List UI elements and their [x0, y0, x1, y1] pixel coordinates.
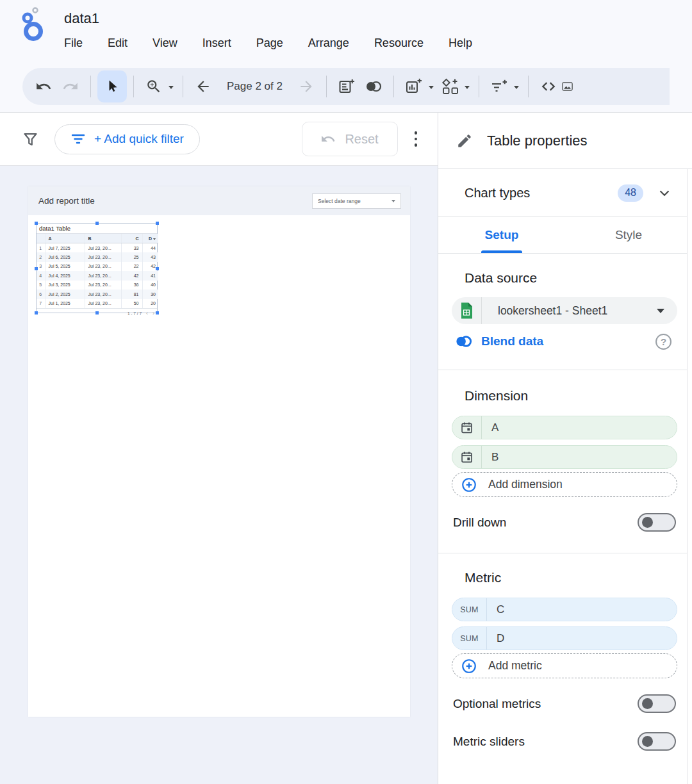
report-name[interactable]: data1	[64, 10, 472, 27]
table-row: 5 Jul 3, 2025 Jul 23, 20... 36 40	[37, 281, 158, 290]
add-metric-button[interactable]: Add metric	[452, 653, 677, 678]
add-filter-icon[interactable]	[486, 72, 513, 101]
table-header-d[interactable]: D	[142, 234, 158, 243]
table-chart-widget[interactable]: data1 Table A B C D	[36, 223, 158, 313]
add-dimension-button[interactable]: Add dimension	[452, 472, 677, 497]
reset-button[interactable]: Reset	[302, 122, 398, 156]
add-filter-caret-icon[interactable]	[514, 86, 519, 89]
menu-item-page[interactable]: Page	[256, 37, 283, 50]
looker-studio-logo-icon[interactable]	[18, 6, 47, 41]
help-icon[interactable]	[655, 334, 671, 350]
report-page[interactable]: Add report title Select date range data1…	[28, 186, 410, 717]
select-tool-icon[interactable]	[97, 70, 127, 102]
pagination-range: 1 - 7 / 7	[128, 311, 142, 316]
drill-down-toggle[interactable]	[638, 513, 676, 532]
menu-item-edit[interactable]: Edit	[108, 37, 128, 50]
google-sheets-icon	[452, 297, 482, 324]
add-quick-filter-button[interactable]: + Add quick filter	[54, 124, 200, 154]
metric-sliders-row: Metric sliders	[452, 732, 677, 751]
filter-funnel-icon	[22, 131, 39, 148]
toolbar-divider	[393, 76, 394, 97]
data-source-selector[interactable]: lookersheet1 - Sheet1	[452, 297, 677, 324]
tab-setup[interactable]: Setup	[438, 217, 565, 253]
date-range-control[interactable]: Select date range	[312, 193, 401, 209]
metric-sliders-toggle[interactable]	[638, 732, 676, 751]
selection-handle[interactable]	[35, 267, 38, 270]
menu-item-resource[interactable]: Resource	[374, 37, 424, 50]
add-page-icon[interactable]	[333, 72, 360, 101]
optional-metrics-toggle[interactable]	[638, 694, 676, 713]
selection-handle[interactable]	[156, 222, 159, 225]
app-header: data1 File Edit View Insert Page Arrange…	[0, 0, 692, 64]
pencil-icon	[456, 133, 473, 149]
add-chart-icon[interactable]	[400, 72, 427, 101]
redo-icon[interactable]	[57, 72, 84, 101]
more-options-icon[interactable]	[408, 126, 424, 152]
toolbar-divider	[326, 76, 327, 97]
header-text-block: data1 File Edit View Insert Page Arrange…	[64, 6, 472, 64]
add-control-icon[interactable]	[436, 72, 463, 101]
add-dimension-label: Add dimension	[488, 478, 563, 491]
page-indicator[interactable]: Page 2 of 2	[227, 80, 283, 93]
drill-down-row: Drill down	[452, 513, 677, 532]
table-header-c[interactable]: C	[121, 234, 142, 243]
table-header-a[interactable]: A	[45, 234, 85, 243]
previous-page-icon[interactable]	[190, 72, 217, 101]
report-title-placeholder[interactable]: Add report title	[38, 196, 95, 206]
undo-icon[interactable]	[30, 72, 57, 101]
aggregation-label[interactable]: SUM	[452, 598, 487, 621]
metric-chip-d[interactable]: SUM D	[452, 626, 677, 650]
report-canvas[interactable]: Add report title Select date range data1…	[0, 166, 438, 784]
selection-handle[interactable]	[95, 222, 99, 225]
aggregation-label[interactable]: SUM	[452, 627, 487, 649]
blend-data-icon[interactable]	[360, 72, 387, 101]
toolbar-divider	[133, 76, 134, 97]
toolbar-pill: Page 2 of 2	[22, 68, 670, 105]
add-control-caret-icon[interactable]	[465, 86, 470, 89]
embed-code-icon[interactable]	[535, 72, 562, 101]
chart-types-label: Chart types	[465, 186, 618, 200]
table-chart: A B C D 1 Jul 7, 2025 Jul 23	[37, 234, 158, 308]
blend-data-link[interactable]: Blend data	[481, 334, 543, 348]
chart-types-row[interactable]: Chart types 48	[438, 169, 692, 217]
selection-handle[interactable]	[95, 311, 99, 314]
pagination-prev-icon[interactable]: ‹	[146, 311, 148, 316]
menu-item-file[interactable]: File	[64, 37, 83, 50]
table-header-b[interactable]: B	[85, 234, 121, 243]
metric-chip-c[interactable]: SUM C	[452, 598, 677, 621]
blend-icon	[454, 333, 473, 350]
zoom-tool-icon[interactable]	[140, 72, 167, 101]
dimension-chip-b[interactable]: B	[452, 445, 677, 469]
tab-style[interactable]: Style	[565, 217, 692, 253]
selection-handle[interactable]	[156, 311, 159, 314]
add-quick-filter-label: + Add quick filter	[94, 132, 184, 146]
menu-item-insert[interactable]: Insert	[202, 37, 231, 50]
zoom-dropdown-caret-icon[interactable]	[169, 86, 174, 89]
add-chart-caret-icon[interactable]	[429, 86, 434, 89]
date-range-label: Select date range	[318, 198, 361, 204]
looker-studio-app: data1 File Edit View Insert Page Arrange…	[0, 0, 692, 784]
menu-item-view[interactable]: View	[152, 37, 177, 50]
editor-left-column: + Add quick filter Reset Add report titl…	[0, 113, 438, 784]
dimension-chip-a[interactable]: A	[452, 416, 677, 439]
toolbar-divider	[528, 76, 529, 97]
selection-handle[interactable]	[35, 222, 38, 225]
panel-scrollbar[interactable]	[687, 169, 692, 784]
properties-panel: Table properties Chart types 48 Setup St…	[438, 113, 692, 784]
section-divider	[438, 370, 692, 370]
blend-data-row: Blend data	[452, 333, 677, 350]
selection-handle[interactable]	[35, 311, 38, 314]
menu-item-help[interactable]: Help	[449, 37, 472, 50]
pagination-next-icon[interactable]: ›	[152, 311, 154, 316]
next-page-icon[interactable]	[293, 72, 320, 101]
optional-metrics-row: Optional metrics	[452, 694, 677, 713]
toolbar-divider	[479, 76, 479, 97]
main-area: + Add quick filter Reset Add report titl…	[0, 112, 692, 784]
image-icon[interactable]	[562, 72, 573, 101]
menu-item-arrange[interactable]: Arrange	[308, 37, 349, 50]
selection-handle[interactable]	[156, 267, 159, 270]
date-range-caret-icon	[391, 200, 395, 202]
chevron-down-icon[interactable]	[656, 184, 673, 201]
chart-types-count-badge: 48	[618, 184, 643, 202]
dimension-heading: Dimension	[465, 388, 677, 404]
